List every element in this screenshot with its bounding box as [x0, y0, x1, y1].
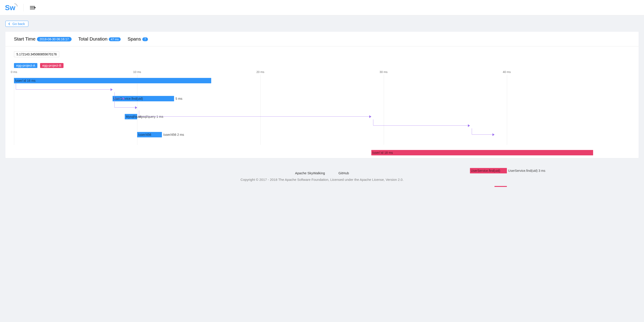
go-back-label: Go back [12, 22, 25, 26]
chevron-left-icon [8, 22, 11, 25]
span-bar[interactable]: /user/:id 16 ms [14, 78, 211, 83]
footer-copyright: Copyright © 2017 - 2018 The Apache Softw… [240, 178, 404, 182]
arrow-right-icon [369, 115, 371, 118]
start-time-label: Start Time [14, 36, 36, 42]
axis-tick: 0 ms [11, 70, 17, 74]
span-bar[interactable]: UserService.find(uid)UserService.find(ui… [470, 168, 507, 174]
span-connector [16, 83, 112, 90]
axis-tick: 30 ms [380, 70, 388, 74]
trace-card: Start Time 2018-08-30 06:16:17 Total Dur… [6, 32, 638, 158]
duration-group: Total Duration 47 ms [78, 36, 121, 42]
span-row: /user/456/user/456 2 ms [14, 130, 630, 139]
axis-tick: 20 ms [256, 70, 264, 74]
span-bar[interactable]: /user/456/user/456 2 ms [137, 132, 162, 137]
duration-label: Total Duration [78, 36, 108, 42]
span-bar-right-label: 5 ms [176, 97, 182, 100]
duration-value: 47 ms [109, 38, 121, 41]
brand-logo[interactable]: S w [5, 4, 18, 11]
topbar: S w [0, 0, 644, 15]
span-bar-label: UserService.find(uid) [470, 169, 500, 172]
arrow-right-icon [492, 133, 494, 136]
service-legend: egg-project-Aegg-project-B [14, 63, 630, 68]
span-gantt-chart: 0 ms10 ms20 ms30 ms40 ms /user/:id 16 ms… [14, 70, 630, 144]
span-row: Mysql/queryMysql/query 1 ms [14, 184, 630, 187]
legend-chip[interactable]: egg-project-B [40, 63, 64, 68]
legend-chip[interactable]: egg-project-A [14, 63, 38, 68]
page: Go back Start Time 2018-08-30 06:16:17 T… [0, 15, 644, 187]
spans-value: 7 [142, 38, 148, 41]
span-bar-label: /user/:id 16 ms [14, 79, 36, 82]
arrow-right-icon [135, 106, 137, 109]
span-bar-label: /user/:id 18 ms [371, 151, 393, 154]
span-connector [114, 92, 137, 108]
span-bar-right-label: UserService.find(uid) 3 ms [508, 169, 545, 172]
brand-arc-icon [14, 4, 18, 6]
spans-label: Spans [128, 36, 141, 42]
span-bar[interactable]: Mysql/queryMysql/query 1 ms [494, 186, 507, 187]
axis-tick: 40 ms [503, 70, 511, 74]
spans-group: Spans 7 [128, 36, 148, 42]
span-bar[interactable]: Mysql/queryMysql/query 1 ms [125, 114, 137, 119]
brand-divider [24, 4, 24, 12]
axis-tick: 10 ms [133, 70, 141, 74]
go-back-button[interactable]: Go back [6, 21, 28, 27]
span-bar-right-label: /user/456 2 ms [163, 133, 184, 136]
span-connector [472, 128, 494, 135]
span-bar-label: /user/456 [137, 133, 151, 136]
span-row: UserService.find(uid)5 ms [14, 94, 630, 103]
arrow-right-icon [468, 124, 470, 127]
span-row: /user/:id 18 ms [14, 148, 630, 157]
start-time-value: 2018-08-30 06:16:17 [37, 37, 72, 42]
trace-body: 5.172143.345080855670176 egg-project-Aeg… [6, 46, 638, 158]
span-connector [139, 110, 371, 117]
arrow-right-icon [110, 88, 112, 91]
start-time-group: Start Time 2018-08-30 06:16:17 [14, 36, 72, 42]
brand-letter-s: S [5, 4, 10, 11]
trace-id-chip[interactable]: 5.172143.345080855670176 [14, 51, 59, 57]
time-axis: 0 ms10 ms20 ms30 ms40 ms [14, 70, 630, 75]
sidebar-toggle-icon[interactable] [30, 6, 35, 9]
span-row: UserService.find(uid)UserService.find(ui… [14, 166, 630, 175]
span-connector [373, 119, 470, 126]
span-bar[interactable]: /user/:id 18 ms [371, 150, 593, 155]
trace-summary: Start Time 2018-08-30 06:16:17 Total Dur… [6, 32, 638, 46]
